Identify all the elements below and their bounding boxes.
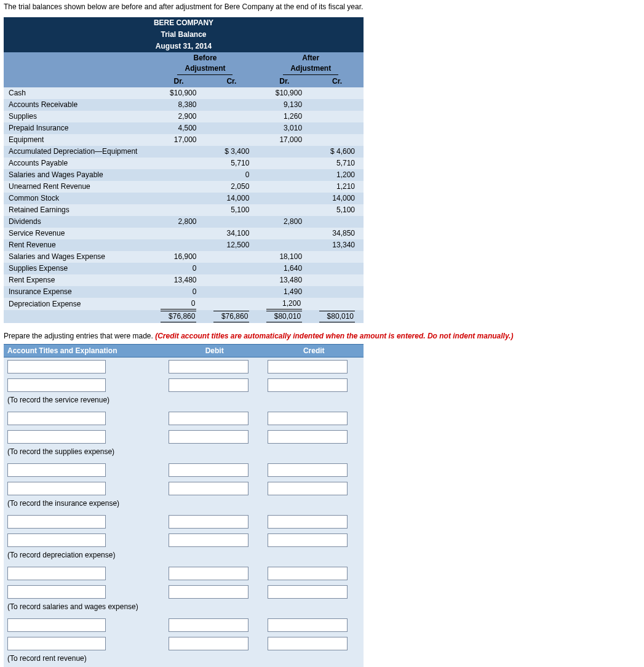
- account-title-input[interactable]: [7, 360, 106, 373]
- account-title-input[interactable]: [7, 463, 106, 477]
- total-before-dr: $76,860: [153, 310, 205, 323]
- account-name: Salaries and Wages Payable: [4, 169, 153, 181]
- account-name: Unearned Rent Revenue: [4, 181, 153, 193]
- report-date: August 31, 2014: [4, 41, 364, 52]
- account-name: Salaries and Wages Expense: [4, 251, 153, 263]
- account-name: Accumulated Depreciation—Equipment: [4, 146, 153, 158]
- after-adjustment-header: After Adjustment: [258, 52, 364, 76]
- entry-row: [4, 513, 364, 531]
- debit-input[interactable]: [169, 412, 248, 425]
- entry-note-row: (To record rent revenue): [4, 653, 364, 667]
- account-name: Accounts Payable: [4, 158, 153, 169]
- col-after-cr: Cr.: [311, 76, 364, 87]
- entry-note-row: (To record salaries and wages expense): [4, 601, 364, 616]
- table-row: Supplies Expense01,640: [4, 263, 364, 274]
- table-row: Supplies2,9001,260: [4, 111, 364, 122]
- entry-note-row: (To record the supplies expense): [4, 446, 364, 461]
- col-credit: Credit: [264, 345, 364, 357]
- debit-input[interactable]: [169, 567, 248, 580]
- table-row: Retained Earnings5,1005,100: [4, 204, 364, 216]
- table-row: Prepaid Insurance4,5003,010: [4, 122, 364, 134]
- entry-row: [4, 479, 364, 498]
- debit-input[interactable]: [169, 482, 248, 495]
- credit-input[interactable]: [268, 515, 348, 529]
- trial-balance-table: BERE COMPANY Trial Balance August 31, 20…: [4, 17, 364, 323]
- debit-input[interactable]: [169, 515, 248, 529]
- entry-row: [4, 376, 364, 394]
- entry-note: (To record the service revenue): [4, 394, 364, 409]
- entry-note-row: (To record the service revenue): [4, 394, 364, 409]
- table-row: Rent Revenue12,50013,340: [4, 239, 364, 251]
- total-after-cr: $80,010: [311, 310, 364, 323]
- col-after-dr: Dr.: [258, 76, 311, 87]
- account-title-input[interactable]: [7, 533, 106, 547]
- table-row: Accounts Payable5,7105,710: [4, 158, 364, 169]
- table-row: Service Revenue34,10034,850: [4, 228, 364, 239]
- entry-note-row: (To record depreciation expense): [4, 549, 364, 564]
- account-name: Rent Revenue: [4, 239, 153, 251]
- debit-input[interactable]: [169, 585, 248, 599]
- entry-note: (To record depreciation expense): [4, 549, 364, 564]
- table-row: Accounts Receivable8,3809,130: [4, 99, 364, 111]
- account-name: Prepaid Insurance: [4, 122, 153, 134]
- credit-input[interactable]: [268, 360, 348, 373]
- credit-input[interactable]: [268, 463, 348, 477]
- debit-input[interactable]: [169, 430, 248, 444]
- col-account-titles: Account Titles and Explanation: [4, 345, 165, 357]
- debit-input[interactable]: [169, 463, 248, 477]
- account-name: Supplies: [4, 111, 153, 122]
- entry-row: [4, 461, 364, 479]
- credit-input[interactable]: [268, 637, 348, 650]
- table-row: Dividends2,8002,800: [4, 216, 364, 228]
- account-title-input[interactable]: [7, 618, 106, 632]
- table-row: Salaries and Wages Expense16,90018,100: [4, 251, 364, 263]
- entry-row: [4, 616, 364, 634]
- credit-input[interactable]: [268, 378, 348, 392]
- account-name: Retained Earnings: [4, 204, 153, 216]
- account-name: Rent Expense: [4, 274, 153, 286]
- company-name: BERE COMPANY: [4, 17, 364, 29]
- entry-row: [4, 634, 364, 653]
- account-title-input[interactable]: [7, 430, 106, 444]
- credit-input[interactable]: [268, 482, 348, 495]
- account-name: Accounts Receivable: [4, 99, 153, 111]
- credit-input[interactable]: [268, 430, 348, 444]
- account-name: Insurance Expense: [4, 286, 153, 298]
- account-title-input[interactable]: [7, 412, 106, 425]
- debit-input[interactable]: [169, 378, 248, 392]
- table-row: Insurance Expense01,490: [4, 286, 364, 298]
- table-row: Depreciation Expense01,200: [4, 298, 364, 310]
- account-name: Common Stock: [4, 193, 153, 204]
- before-adjustment-header: Before Adjustment: [153, 52, 258, 76]
- account-title-input[interactable]: [7, 378, 106, 392]
- table-row: Unearned Rent Revenue2,0501,210: [4, 181, 364, 193]
- entry-row: [4, 583, 364, 601]
- instruction-text: Prepare the adjusting entries that were …: [4, 332, 644, 340]
- credit-input[interactable]: [268, 618, 348, 632]
- entry-note: (To record the supplies expense): [4, 446, 364, 461]
- account-title-input[interactable]: [7, 585, 106, 599]
- debit-input[interactable]: [169, 360, 248, 373]
- col-before-cr: Cr.: [205, 76, 258, 87]
- credit-input[interactable]: [268, 585, 348, 599]
- entry-row: [4, 357, 364, 377]
- account-name: Cash: [4, 87, 153, 99]
- col-debit: Debit: [165, 345, 264, 357]
- account-title-input[interactable]: [7, 567, 106, 580]
- credit-input[interactable]: [268, 567, 348, 580]
- account-title-input[interactable]: [7, 515, 106, 529]
- entry-note: (To record rent revenue): [4, 653, 364, 667]
- entry-row: [4, 409, 364, 428]
- credit-input[interactable]: [268, 412, 348, 425]
- credit-input[interactable]: [268, 533, 348, 547]
- account-name: Depreciation Expense: [4, 298, 153, 310]
- adjusting-entries-table: Account Titles and Explanation Debit Cre…: [4, 344, 364, 667]
- account-name: Service Revenue: [4, 228, 153, 239]
- debit-input[interactable]: [169, 533, 248, 547]
- debit-input[interactable]: [169, 637, 248, 650]
- account-title-input[interactable]: [7, 637, 106, 650]
- account-title-input[interactable]: [7, 482, 106, 495]
- debit-input[interactable]: [169, 618, 248, 632]
- table-row: Cash$10,900$10,900: [4, 87, 364, 99]
- table-row: Common Stock14,00014,000: [4, 193, 364, 204]
